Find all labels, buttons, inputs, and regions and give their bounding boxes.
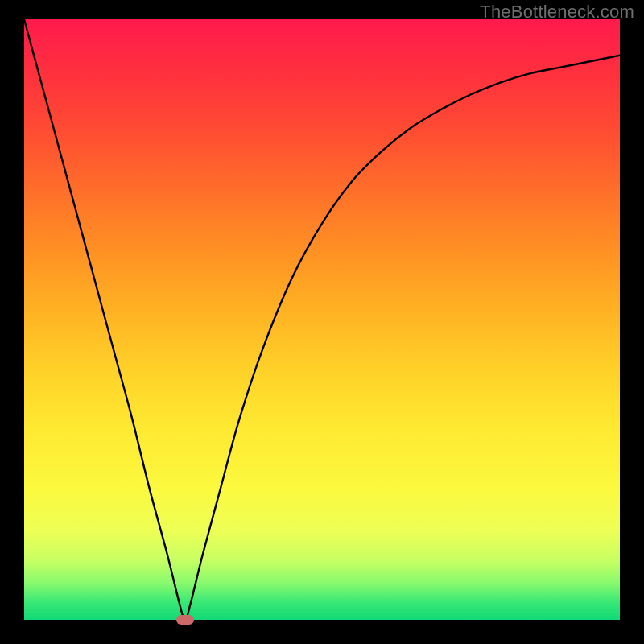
- bottleneck-curve: [24, 19, 620, 620]
- chart-frame: TheBottleneck.com: [0, 0, 644, 644]
- minimum-marker: [176, 615, 194, 625]
- plot-area: [24, 19, 620, 620]
- watermark-text: TheBottleneck.com: [480, 2, 634, 23]
